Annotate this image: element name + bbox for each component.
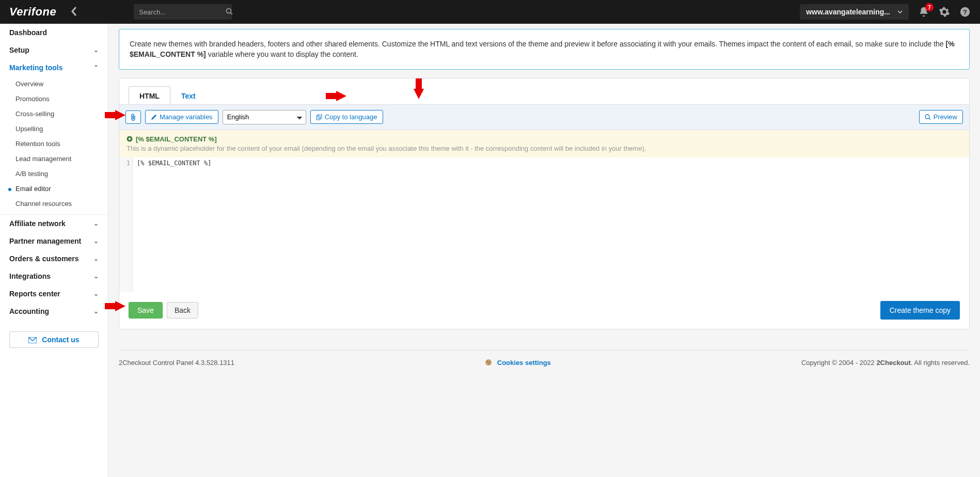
chevron-down-icon: ⌄: [93, 273, 99, 280]
back-button[interactable]: Back: [167, 302, 198, 319]
mail-icon: [28, 337, 37, 343]
search-box[interactable]: [134, 4, 232, 20]
button-label: Copy to language: [325, 113, 377, 121]
settings-button[interactable]: [939, 6, 950, 18]
top-right: www.avangatelearning... 7 ?: [800, 4, 971, 20]
button-label: Manage variables: [160, 113, 213, 121]
nav-orders[interactable]: Orders & customers⌄: [0, 250, 108, 267]
arrow-annotation: [115, 110, 125, 120]
line-number: 1: [127, 160, 130, 167]
contact-label: Contact us: [42, 336, 79, 344]
notification-badge: 7: [925, 3, 934, 11]
nav-reports[interactable]: Reports center⌄: [0, 285, 108, 303]
chevron-down-icon: [897, 10, 903, 13]
manage-variables-button[interactable]: Manage variables: [145, 110, 218, 124]
editor-toolbar: Manage variables English Copy to languag…: [119, 104, 969, 130]
footer-copyright: Copyright © 2004 - 2022 2Checkout. All r…: [801, 359, 970, 367]
chevron-down-icon: ⌄: [93, 46, 99, 54]
create-theme-copy-button[interactable]: Create theme copy: [880, 301, 960, 320]
sidebar: Dashboard Setup⌄ Marketing tools⌃ Overvi…: [0, 24, 108, 477]
chevron-down-icon: ⌄: [93, 290, 99, 297]
cookies-settings-link[interactable]: Cookies settings: [497, 359, 551, 367]
subnav-upselling[interactable]: Upselling: [0, 121, 108, 136]
chevron-down-icon: ⌄: [93, 308, 99, 315]
plus-circle-icon: [127, 136, 133, 142]
code-editor[interactable]: 1 [% $EMAIL_CONTENT %]: [119, 157, 969, 292]
subnav-promotions[interactable]: Promotions: [0, 91, 108, 106]
brand-logo: Verifone: [9, 5, 56, 19]
language-select[interactable]: English: [223, 110, 306, 124]
footer: 2Checkout Control Panel 4.3.528.1311 Coo…: [119, 350, 970, 382]
help-button[interactable]: ?: [959, 6, 971, 18]
subnav-cross-selling[interactable]: Cross-selling: [0, 106, 108, 121]
tab-text[interactable]: Text: [170, 86, 207, 105]
nav-label: Partner management: [9, 237, 81, 245]
cookie-icon: [485, 359, 492, 366]
arrow-annotation: [336, 91, 346, 101]
svg-point-12: [489, 361, 490, 362]
nav-label: Setup: [9, 46, 29, 54]
nav-integrations[interactable]: Integrations⌄: [0, 267, 108, 285]
subnav-lead-management[interactable]: Lead management: [0, 151, 108, 166]
help-icon: ?: [959, 6, 971, 18]
svg-point-11: [487, 361, 488, 362]
attachment-button[interactable]: [125, 110, 141, 124]
chevron-down-icon: ⌄: [93, 237, 99, 245]
info-text: variable where you want to display the c…: [206, 50, 358, 58]
nav-label: Dashboard: [9, 28, 47, 37]
top-bar: Verifone www.avangatelearning... 7 ?: [0, 0, 980, 24]
nav-setup[interactable]: Setup⌄: [0, 41, 108, 59]
chevron-left-icon: [71, 7, 77, 16]
notifications-button[interactable]: 7: [918, 6, 929, 18]
subnav-retention[interactable]: Retention tools: [0, 136, 108, 151]
paperclip-icon: [130, 114, 136, 121]
svg-point-7: [925, 115, 929, 119]
chevron-up-icon: ⌃: [93, 64, 99, 71]
pencil-icon: [151, 114, 157, 120]
hint-title: [% $EMAIL_CONTENT %]: [127, 135, 962, 143]
subnav-channel-resources[interactable]: Channel resources: [0, 196, 108, 211]
copy-to-language-button[interactable]: Copy to language: [310, 110, 383, 124]
nav-accounting[interactable]: Accounting⌄: [0, 303, 108, 320]
svg-text:?: ?: [963, 8, 967, 16]
subnav-ab-testing[interactable]: A/B testing: [0, 166, 108, 181]
copy-icon: [316, 114, 322, 120]
info-text: Create new themes with branded headers, …: [130, 40, 945, 48]
nav-marketing-tools[interactable]: Marketing tools⌃: [0, 59, 108, 76]
nav-label: Integrations: [9, 272, 51, 280]
line-gutter: 1: [119, 157, 133, 292]
nav-label: Affiliate network: [9, 219, 66, 228]
main-content: Create new themes with branded headers, …: [108, 24, 980, 477]
nav-label: Accounting: [9, 307, 49, 315]
code-content[interactable]: [% $EMAIL_CONTENT %]: [133, 157, 216, 292]
editor-panel: HTML Text Manage variables English: [119, 78, 970, 329]
search-icon: [226, 8, 233, 17]
nav-dashboard[interactable]: Dashboard: [0, 24, 108, 41]
svg-point-10: [485, 359, 492, 365]
nav-back-button[interactable]: [71, 7, 77, 18]
subnav-email-editor[interactable]: Email editor: [0, 181, 108, 196]
search-icon: [925, 114, 931, 120]
search-input[interactable]: [139, 8, 226, 16]
svg-point-0: [227, 8, 231, 13]
nav-label: Orders & customers: [9, 255, 79, 263]
svg-line-8: [929, 118, 930, 120]
hint-bar: [% $EMAIL_CONTENT %] This is a dynamic p…: [119, 130, 969, 157]
tab-html[interactable]: HTML: [129, 86, 170, 105]
site-selector[interactable]: www.avangatelearning...: [800, 4, 909, 20]
arrow-annotation: [115, 301, 125, 311]
svg-point-13: [488, 363, 489, 364]
chevron-down-icon: ⌄: [93, 220, 99, 227]
contact-us-button[interactable]: Contact us: [9, 331, 99, 348]
arrow-annotation: [414, 89, 424, 99]
preview-button[interactable]: Preview: [919, 110, 963, 124]
nav-affiliate[interactable]: Affiliate network⌄: [0, 215, 108, 232]
info-banner: Create new themes with branded headers, …: [119, 29, 970, 70]
subnav-overview[interactable]: Overview: [0, 76, 108, 91]
nav-partner[interactable]: Partner management⌄: [0, 232, 108, 250]
save-button[interactable]: Save: [129, 302, 163, 319]
hint-title-text: [% $EMAIL_CONTENT %]: [136, 135, 217, 143]
chevron-down-icon: ⌄: [93, 255, 99, 262]
site-label: www.avangatelearning...: [806, 8, 890, 16]
action-row: Save Back Create theme copy: [119, 292, 969, 329]
